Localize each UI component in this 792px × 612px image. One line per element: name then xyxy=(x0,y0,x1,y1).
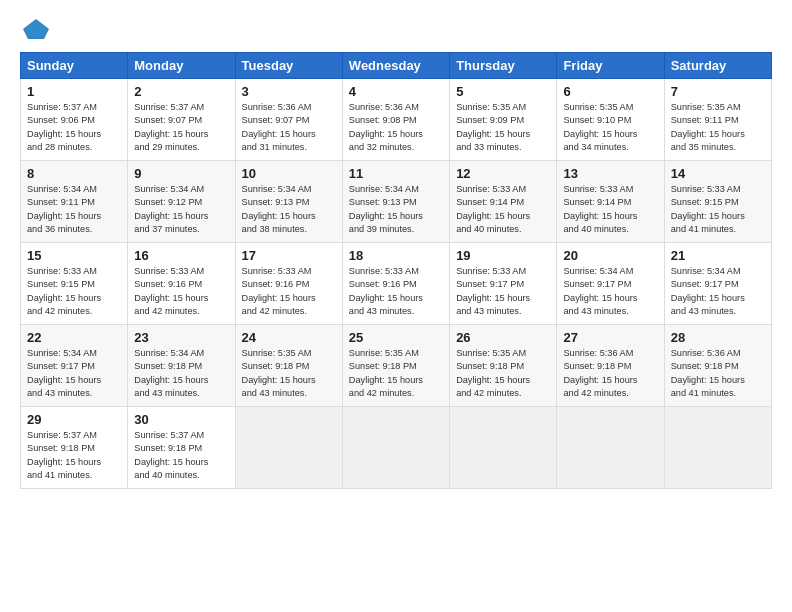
calendar-day-cell: 24Sunrise: 5:35 AM Sunset: 9:18 PM Dayli… xyxy=(235,325,342,407)
day-info: Sunrise: 5:33 AM Sunset: 9:16 PM Dayligh… xyxy=(134,265,228,318)
calendar-day-cell: 2Sunrise: 5:37 AM Sunset: 9:07 PM Daylig… xyxy=(128,79,235,161)
day-info: Sunrise: 5:35 AM Sunset: 9:10 PM Dayligh… xyxy=(563,101,657,154)
weekday-header-cell: Monday xyxy=(128,53,235,79)
calendar-day-cell: 9Sunrise: 5:34 AM Sunset: 9:12 PM Daylig… xyxy=(128,161,235,243)
day-number: 15 xyxy=(27,248,121,263)
day-number: 5 xyxy=(456,84,550,99)
day-number: 26 xyxy=(456,330,550,345)
calendar-week-row: 8Sunrise: 5:34 AM Sunset: 9:11 PM Daylig… xyxy=(21,161,772,243)
calendar-week-row: 29Sunrise: 5:37 AM Sunset: 9:18 PM Dayli… xyxy=(21,407,772,489)
calendar-day-cell: 1Sunrise: 5:37 AM Sunset: 9:06 PM Daylig… xyxy=(21,79,128,161)
calendar-day-cell: 26Sunrise: 5:35 AM Sunset: 9:18 PM Dayli… xyxy=(450,325,557,407)
calendar-day-cell: 25Sunrise: 5:35 AM Sunset: 9:18 PM Dayli… xyxy=(342,325,449,407)
calendar-day-cell xyxy=(235,407,342,489)
calendar-week-row: 15Sunrise: 5:33 AM Sunset: 9:15 PM Dayli… xyxy=(21,243,772,325)
day-number: 4 xyxy=(349,84,443,99)
calendar-day-cell: 10Sunrise: 5:34 AM Sunset: 9:13 PM Dayli… xyxy=(235,161,342,243)
day-number: 29 xyxy=(27,412,121,427)
weekday-header-cell: Thursday xyxy=(450,53,557,79)
calendar-day-cell: 4Sunrise: 5:36 AM Sunset: 9:08 PM Daylig… xyxy=(342,79,449,161)
day-info: Sunrise: 5:33 AM Sunset: 9:14 PM Dayligh… xyxy=(456,183,550,236)
calendar-day-cell xyxy=(342,407,449,489)
calendar-day-cell: 17Sunrise: 5:33 AM Sunset: 9:16 PM Dayli… xyxy=(235,243,342,325)
calendar-body: 1Sunrise: 5:37 AM Sunset: 9:06 PM Daylig… xyxy=(21,79,772,489)
day-info: Sunrise: 5:34 AM Sunset: 9:12 PM Dayligh… xyxy=(134,183,228,236)
calendar-day-cell: 3Sunrise: 5:36 AM Sunset: 9:07 PM Daylig… xyxy=(235,79,342,161)
day-info: Sunrise: 5:36 AM Sunset: 9:18 PM Dayligh… xyxy=(563,347,657,400)
day-info: Sunrise: 5:33 AM Sunset: 9:16 PM Dayligh… xyxy=(242,265,336,318)
day-number: 30 xyxy=(134,412,228,427)
calendar-day-cell: 23Sunrise: 5:34 AM Sunset: 9:18 PM Dayli… xyxy=(128,325,235,407)
calendar-day-cell: 21Sunrise: 5:34 AM Sunset: 9:17 PM Dayli… xyxy=(664,243,771,325)
calendar-day-cell: 28Sunrise: 5:36 AM Sunset: 9:18 PM Dayli… xyxy=(664,325,771,407)
day-number: 23 xyxy=(134,330,228,345)
calendar-day-cell: 30Sunrise: 5:37 AM Sunset: 9:18 PM Dayli… xyxy=(128,407,235,489)
calendar-day-cell xyxy=(450,407,557,489)
calendar-page: SundayMondayTuesdayWednesdayThursdayFrid… xyxy=(0,0,792,499)
day-number: 17 xyxy=(242,248,336,263)
day-info: Sunrise: 5:37 AM Sunset: 9:18 PM Dayligh… xyxy=(134,429,228,482)
calendar-day-cell: 14Sunrise: 5:33 AM Sunset: 9:15 PM Dayli… xyxy=(664,161,771,243)
weekday-header: SundayMondayTuesdayWednesdayThursdayFrid… xyxy=(21,53,772,79)
calendar-day-cell: 6Sunrise: 5:35 AM Sunset: 9:10 PM Daylig… xyxy=(557,79,664,161)
day-info: Sunrise: 5:37 AM Sunset: 9:06 PM Dayligh… xyxy=(27,101,121,154)
day-number: 21 xyxy=(671,248,765,263)
weekday-header-cell: Saturday xyxy=(664,53,771,79)
day-number: 6 xyxy=(563,84,657,99)
day-info: Sunrise: 5:35 AM Sunset: 9:09 PM Dayligh… xyxy=(456,101,550,154)
day-info: Sunrise: 5:35 AM Sunset: 9:18 PM Dayligh… xyxy=(349,347,443,400)
day-number: 1 xyxy=(27,84,121,99)
day-number: 11 xyxy=(349,166,443,181)
calendar-day-cell: 18Sunrise: 5:33 AM Sunset: 9:16 PM Dayli… xyxy=(342,243,449,325)
day-number: 22 xyxy=(27,330,121,345)
day-number: 10 xyxy=(242,166,336,181)
day-number: 19 xyxy=(456,248,550,263)
day-number: 7 xyxy=(671,84,765,99)
day-number: 8 xyxy=(27,166,121,181)
calendar-week-row: 22Sunrise: 5:34 AM Sunset: 9:17 PM Dayli… xyxy=(21,325,772,407)
weekday-header-cell: Tuesday xyxy=(235,53,342,79)
day-number: 13 xyxy=(563,166,657,181)
day-info: Sunrise: 5:33 AM Sunset: 9:14 PM Dayligh… xyxy=(563,183,657,236)
day-info: Sunrise: 5:35 AM Sunset: 9:11 PM Dayligh… xyxy=(671,101,765,154)
day-number: 3 xyxy=(242,84,336,99)
day-info: Sunrise: 5:35 AM Sunset: 9:18 PM Dayligh… xyxy=(242,347,336,400)
day-info: Sunrise: 5:34 AM Sunset: 9:18 PM Dayligh… xyxy=(134,347,228,400)
day-info: Sunrise: 5:37 AM Sunset: 9:07 PM Dayligh… xyxy=(134,101,228,154)
logo-icon xyxy=(22,18,50,40)
day-number: 24 xyxy=(242,330,336,345)
day-number: 16 xyxy=(134,248,228,263)
calendar-day-cell: 16Sunrise: 5:33 AM Sunset: 9:16 PM Dayli… xyxy=(128,243,235,325)
calendar-day-cell: 5Sunrise: 5:35 AM Sunset: 9:09 PM Daylig… xyxy=(450,79,557,161)
day-info: Sunrise: 5:33 AM Sunset: 9:15 PM Dayligh… xyxy=(27,265,121,318)
day-number: 12 xyxy=(456,166,550,181)
calendar-day-cell xyxy=(557,407,664,489)
calendar-day-cell: 29Sunrise: 5:37 AM Sunset: 9:18 PM Dayli… xyxy=(21,407,128,489)
day-number: 25 xyxy=(349,330,443,345)
calendar-table: SundayMondayTuesdayWednesdayThursdayFrid… xyxy=(20,52,772,489)
calendar-day-cell: 8Sunrise: 5:34 AM Sunset: 9:11 PM Daylig… xyxy=(21,161,128,243)
svg-marker-1 xyxy=(25,21,47,37)
day-info: Sunrise: 5:34 AM Sunset: 9:17 PM Dayligh… xyxy=(671,265,765,318)
weekday-header-cell: Wednesday xyxy=(342,53,449,79)
day-info: Sunrise: 5:33 AM Sunset: 9:17 PM Dayligh… xyxy=(456,265,550,318)
calendar-week-row: 1Sunrise: 5:37 AM Sunset: 9:06 PM Daylig… xyxy=(21,79,772,161)
day-number: 27 xyxy=(563,330,657,345)
header xyxy=(20,18,772,40)
day-number: 28 xyxy=(671,330,765,345)
day-info: Sunrise: 5:35 AM Sunset: 9:18 PM Dayligh… xyxy=(456,347,550,400)
weekday-header-cell: Sunday xyxy=(21,53,128,79)
day-info: Sunrise: 5:36 AM Sunset: 9:07 PM Dayligh… xyxy=(242,101,336,154)
calendar-day-cell: 13Sunrise: 5:33 AM Sunset: 9:14 PM Dayli… xyxy=(557,161,664,243)
day-number: 9 xyxy=(134,166,228,181)
calendar-day-cell: 22Sunrise: 5:34 AM Sunset: 9:17 PM Dayli… xyxy=(21,325,128,407)
day-info: Sunrise: 5:33 AM Sunset: 9:16 PM Dayligh… xyxy=(349,265,443,318)
logo xyxy=(20,18,50,40)
day-info: Sunrise: 5:36 AM Sunset: 9:18 PM Dayligh… xyxy=(671,347,765,400)
calendar-day-cell: 20Sunrise: 5:34 AM Sunset: 9:17 PM Dayli… xyxy=(557,243,664,325)
day-info: Sunrise: 5:34 AM Sunset: 9:17 PM Dayligh… xyxy=(563,265,657,318)
day-info: Sunrise: 5:34 AM Sunset: 9:11 PM Dayligh… xyxy=(27,183,121,236)
day-info: Sunrise: 5:37 AM Sunset: 9:18 PM Dayligh… xyxy=(27,429,121,482)
calendar-day-cell xyxy=(664,407,771,489)
day-number: 2 xyxy=(134,84,228,99)
